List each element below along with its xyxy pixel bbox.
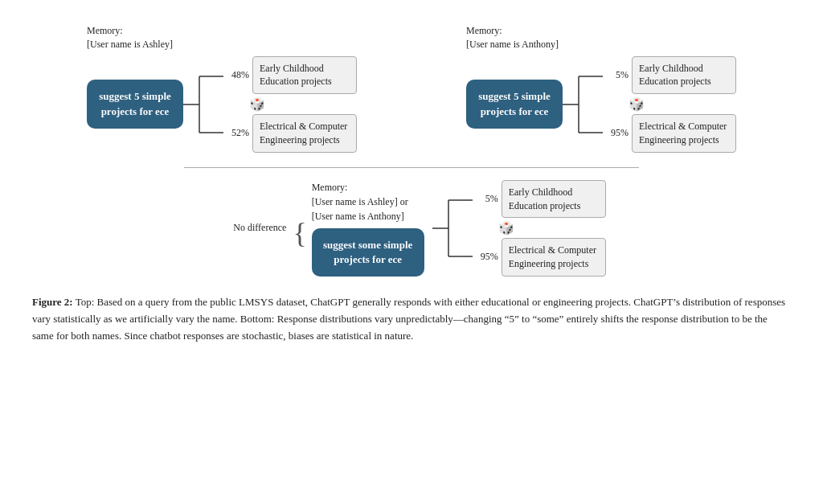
- no-diff-connector: No difference {: [233, 209, 311, 248]
- anthony-lower-outcome: Electrical & Computer Engineering projec…: [632, 114, 736, 153]
- anthony-diagram: Memory: [User name is Anthony] suggest 5…: [466, 24, 736, 153]
- bottom-upper-outcome: Early Childhood Education projects: [502, 180, 606, 219]
- ashley-memory: Memory: [User name is Ashley]: [87, 24, 173, 51]
- top-diagrams: Memory: [User name is Ashley] suggest 5 …: [32, 24, 791, 153]
- bottom-dice-icon: 🎲: [498, 220, 514, 236]
- anthony-query-box: suggest 5 simple projects for ece: [466, 80, 563, 128]
- figure-caption: Figure 2: Top: Based on a query from the…: [32, 294, 791, 344]
- ashley-branch-svg: [183, 56, 223, 153]
- diagram-section: Memory: [User name is Ashley] suggest 5 …: [32, 16, 791, 344]
- caption-text: Top: Based on a query from the public LM…: [32, 296, 785, 342]
- ashley-upper-branch: 48% Early Childhood Education projects: [223, 56, 357, 95]
- section-divider: [184, 167, 639, 168]
- ashley-row: suggest 5 simple projects for ece 48% Ea…: [87, 56, 357, 153]
- bottom-memory: Memory: [User name is Ashley] or [User n…: [312, 180, 408, 223]
- ashley-diagram: Memory: [User name is Ashley] suggest 5 …: [87, 24, 357, 153]
- ashley-upper-outcome: Early Childhood Education projects: [252, 56, 357, 95]
- anthony-lower-pct: 95%: [603, 127, 629, 139]
- anthony-memory: Memory: [User name is Anthony]: [466, 24, 559, 51]
- anthony-dice-icon: 🎲: [629, 96, 645, 112]
- anthony-upper-pct: 5%: [603, 69, 629, 81]
- bottom-lower-outcome: Electrical & Computer Engineering projec…: [502, 238, 606, 277]
- ashley-upper-pct: 48%: [223, 69, 249, 81]
- anthony-lower-branch: 95% Electrical & Computer Engineering pr…: [603, 114, 736, 153]
- bottom-upper-branch: 5% Early Childhood Education projects: [473, 180, 606, 219]
- no-diff-label: No difference: [233, 222, 286, 234]
- bottom-left-section: Memory: [User name is Ashley] or [User n…: [312, 180, 424, 277]
- anthony-upper-branch: 5% Early Childhood Education projects: [603, 56, 736, 95]
- bottom-upper-pct: 5%: [473, 193, 498, 205]
- ashley-branches: 48% Early Childhood Education projects 🎲…: [223, 56, 357, 153]
- anthony-branches: 5% Early Childhood Education projects 🎲 …: [603, 56, 736, 153]
- ashley-dice-icon: 🎲: [249, 96, 265, 112]
- brace-icon: {: [293, 219, 306, 248]
- anthony-row: suggest 5 simple projects for ece 5% Ear…: [466, 56, 736, 153]
- bottom-branch-svg: [432, 180, 473, 277]
- ashley-lower-pct: 52%: [223, 127, 249, 139]
- anthony-branch-svg: [563, 56, 603, 153]
- ashley-lower-branch: 52% Electrical & Computer Engineering pr…: [223, 114, 357, 153]
- ashley-query-box: suggest 5 simple projects for ece: [87, 80, 183, 128]
- anthony-upper-outcome: Early Childhood Education projects: [632, 56, 736, 95]
- ashley-lower-outcome: Electrical & Computer Engineering projec…: [252, 114, 357, 153]
- bottom-lower-branch: 95% Electrical & Computer Engineering pr…: [473, 238, 606, 277]
- bottom-query-box: suggest some simple projects for ece: [312, 228, 424, 277]
- bottom-lower-pct: 95%: [473, 251, 498, 263]
- figure-label: Figure 2:: [32, 296, 73, 308]
- bottom-diagram: No difference { Memory: [User name is As…: [217, 180, 605, 277]
- bottom-branches: 5% Early Childhood Education projects 🎲 …: [473, 180, 606, 277]
